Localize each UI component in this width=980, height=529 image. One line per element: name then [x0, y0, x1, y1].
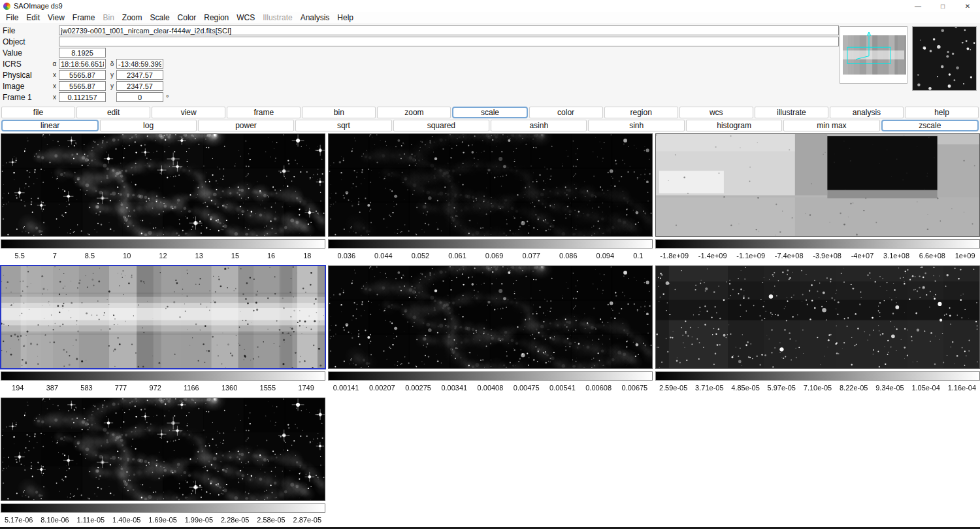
physical-x-symbol: x — [50, 71, 59, 78]
toolbar-categories: fileeditviewframebinzoomscalecolorregion… — [0, 106, 980, 119]
panner[interactable] — [840, 26, 907, 84]
categories-button-scale[interactable]: scale — [452, 107, 527, 118]
scale_modes-button-sinh[interactable]: sinh — [588, 120, 684, 131]
minimize-icon[interactable]: — — [906, 0, 930, 12]
colorbar-6[interactable] — [655, 371, 980, 381]
tick-label: -1.8e+09 — [660, 252, 689, 260]
frame-image-7[interactable] — [1, 398, 325, 501]
categories-button-file[interactable]: file — [1, 107, 75, 118]
frame-cell-2: 0.0360.0440.0520.0610.0690.0770.0860.094… — [328, 133, 653, 263]
tick-label: 16 — [267, 252, 275, 260]
magnifier — [912, 26, 977, 91]
tick-label: 2.58e-05 — [257, 516, 285, 524]
categories-button-edit[interactable]: edit — [76, 107, 150, 118]
categories-button-help[interactable]: help — [905, 107, 979, 118]
scale_modes-button-sqrt[interactable]: sqrt — [295, 120, 391, 131]
categories-button-bin[interactable]: bin — [302, 107, 376, 118]
menu-scale[interactable]: Scale — [146, 13, 174, 22]
menu-analysis[interactable]: Analysis — [297, 13, 334, 22]
image-y-symbol: y — [108, 82, 116, 90]
scale_modes-button-squared[interactable]: squared — [393, 120, 489, 131]
degree-symbol: ° — [166, 94, 169, 101]
file-field[interactable] — [59, 26, 839, 35]
menu-help[interactable]: Help — [333, 13, 357, 22]
scale_modes-button-power[interactable]: power — [198, 120, 294, 131]
tick-label: 1.99e-05 — [185, 516, 213, 524]
scale_modes-button-min-max[interactable]: min max — [783, 120, 879, 131]
delta-symbol: δ — [108, 60, 116, 67]
categories-button-analysis[interactable]: analysis — [830, 107, 904, 118]
categories-button-frame[interactable]: frame — [227, 107, 301, 118]
menubar: FileEditViewFrameBinZoomScaleColorRegion… — [0, 12, 980, 23]
image-x-field[interactable] — [59, 81, 106, 91]
colorbar-ticks-6: 2.59e-053.71e-054.85e-055.97e-057.10e-05… — [655, 381, 980, 395]
colorbar-7[interactable] — [1, 503, 325, 513]
colorbar-ticks-3: -1.8e+09-1.4e+09-1.1e+09-7.4e+08-3.9e+08… — [655, 248, 980, 263]
icrs-dec-field[interactable] — [116, 59, 163, 69]
frame-cell-6: 2.59e-053.71e-054.85e-055.97e-057.10e-05… — [655, 265, 980, 395]
menu-color[interactable]: Color — [174, 13, 201, 22]
tick-label: 0.00608 — [585, 384, 612, 392]
categories-button-wcs[interactable]: wcs — [679, 107, 753, 118]
panner-canvas[interactable] — [841, 27, 906, 82]
menu-frame[interactable]: Frame — [69, 13, 99, 22]
object-label: Object — [3, 37, 50, 46]
maximize-icon[interactable]: □ — [930, 0, 955, 12]
frame-cell-4: 1943875837779721166136015551749 — [1, 265, 325, 395]
menu-view[interactable]: View — [44, 13, 69, 22]
colorbar-1[interactable] — [1, 239, 325, 248]
categories-button-zoom[interactable]: zoom — [377, 107, 451, 118]
tick-label: 2.59e-05 — [659, 384, 687, 392]
tick-label: 0.00541 — [549, 384, 576, 392]
frame-image-3[interactable] — [655, 133, 980, 237]
object-field[interactable] — [59, 37, 839, 46]
tick-label: 0.036 — [338, 252, 356, 260]
categories-button-color[interactable]: color — [529, 107, 603, 118]
icrs-label: ICRS — [3, 60, 50, 69]
tick-label: 5.5 — [14, 252, 24, 260]
frame-rotation-field[interactable] — [116, 92, 163, 102]
menu-bin[interactable]: Bin — [99, 13, 118, 22]
frame-image-2[interactable] — [328, 133, 653, 237]
info-row-value: Value — [3, 47, 980, 58]
tick-label: 0.069 — [485, 252, 504, 260]
frame-x-symbol: x — [50, 94, 59, 101]
categories-button-region[interactable]: region — [604, 107, 678, 118]
tick-label: 10 — [123, 252, 131, 260]
categories-button-illustrate[interactable]: illustrate — [755, 107, 828, 118]
tick-label: 3.1e+08 — [883, 252, 909, 260]
image-y-field[interactable] — [116, 81, 163, 91]
frame-image-5[interactable] — [328, 265, 653, 369]
frame-zoom-field[interactable] — [59, 92, 106, 102]
scale_modes-button-asinh[interactable]: asinh — [491, 120, 587, 131]
scale_modes-button-histogram[interactable]: histogram — [686, 120, 782, 131]
categories-button-view[interactable]: view — [152, 107, 225, 118]
menu-edit[interactable]: Edit — [22, 13, 44, 22]
physical-x-field[interactable] — [59, 70, 106, 80]
colorbar-5[interactable] — [328, 371, 653, 381]
menu-illustrate[interactable]: Illustrate — [259, 13, 296, 22]
tick-label: 0.00207 — [369, 384, 395, 392]
menu-region[interactable]: Region — [200, 13, 233, 22]
frame-cell-5: 0.001410.002070.002750.003410.004080.004… — [328, 265, 653, 395]
menu-file[interactable]: File — [2, 13, 22, 22]
frame-image-4[interactable] — [0, 265, 326, 369]
value-field[interactable] — [59, 48, 106, 58]
frame-image-1[interactable] — [1, 133, 325, 237]
colorbar-ticks-7: 5.17e-068.10e-061.11e-051.40e-051.69e-05… — [1, 513, 325, 527]
frame-image-6[interactable] — [655, 265, 980, 369]
menu-zoom[interactable]: Zoom — [118, 13, 146, 22]
tick-label: 583 — [80, 384, 92, 392]
menu-wcs[interactable]: WCS — [233, 13, 259, 22]
scale_modes-button-linear[interactable]: linear — [1, 120, 99, 131]
tick-label: 2.87e-05 — [293, 516, 321, 524]
colorbar-2[interactable] — [328, 239, 653, 248]
icrs-ra-field[interactable] — [59, 59, 106, 69]
colorbar-4[interactable] — [1, 371, 325, 381]
colorbar-3[interactable] — [655, 239, 980, 248]
close-icon[interactable]: ✕ — [955, 0, 980, 12]
physical-y-field[interactable] — [116, 70, 163, 80]
frame-cell-3: -1.8e+09-1.4e+09-1.1e+09-7.4e+08-3.9e+08… — [655, 133, 980, 263]
scale_modes-button-log[interactable]: log — [100, 120, 196, 131]
scale_modes-button-zscale[interactable]: zscale — [881, 120, 979, 131]
